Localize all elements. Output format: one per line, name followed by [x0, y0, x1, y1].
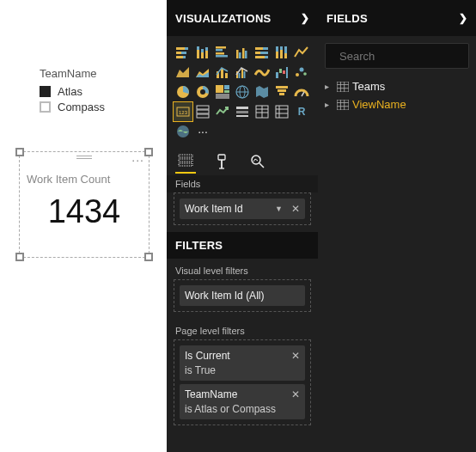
fields-pane: FIELDS ❯ ▸ Teams ▸ ViewName [318, 0, 476, 452]
svg-rect-18 [242, 48, 245, 58]
slicer-option-label: Atlas [58, 85, 82, 98]
waterfall-chart-icon[interactable] [272, 63, 291, 82]
matrix-icon[interactable] [272, 102, 291, 121]
slicer-icon[interactable] [233, 102, 252, 121]
svg-rect-59 [276, 86, 288, 89]
svg-rect-17 [239, 52, 241, 58]
svg-text:R: R [298, 106, 306, 118]
more-options-icon[interactable]: ··· [131, 156, 144, 164]
svg-rect-52 [216, 85, 223, 93]
svg-rect-40 [241, 69, 243, 78]
pane-header[interactable]: VISUALIZATIONS ❯ [167, 0, 318, 36]
analytics-tab[interactable] [247, 153, 268, 174]
visual-filters-well[interactable]: Work Item Id (All) [174, 279, 311, 312]
line-stacked-column-icon[interactable] [213, 63, 232, 82]
svg-rect-3 [181, 52, 186, 54]
svg-rect-68 [236, 107, 248, 109]
remove-filter-icon[interactable]: ✕ [291, 350, 300, 362]
pane-title: FIELDS [326, 12, 368, 25]
resize-handle[interactable] [144, 148, 153, 156]
svg-line-88 [259, 163, 264, 168]
arcgis-map-icon[interactable] [174, 122, 192, 141]
donut-chart-icon[interactable] [193, 82, 212, 101]
slicer-visual[interactable]: TeamName Atlas Compass [40, 67, 105, 113]
clustered-bar-chart-icon[interactable] [213, 43, 232, 62]
field-chip[interactable]: Work Item Id ▼ ✕ [180, 199, 305, 219]
kpi-icon[interactable] [213, 102, 232, 121]
filter-name: Is Current [185, 350, 230, 362]
svg-rect-75 [276, 106, 288, 118]
filter-chip[interactable]: Work Item Id (All) [180, 285, 305, 306]
treemap-icon[interactable] [213, 82, 232, 101]
table-icon[interactable] [253, 102, 272, 121]
resize-handle[interactable] [15, 253, 24, 261]
remove-filter-icon[interactable]: ✕ [291, 388, 300, 400]
filter-chip[interactable]: Is Current ✕ is True [180, 345, 305, 381]
search-field[interactable] [325, 43, 469, 69]
svg-text:123: 123 [179, 110, 188, 115]
svg-rect-67 [197, 114, 209, 118]
pie-chart-icon[interactable] [174, 82, 192, 101]
hundred-stacked-bar-icon[interactable] [253, 43, 272, 62]
svg-rect-5 [183, 56, 186, 58]
svg-point-48 [303, 72, 307, 76]
import-custom-visual-icon[interactable]: ··· [193, 122, 212, 141]
r-script-visual-icon[interactable]: R [292, 102, 311, 121]
svg-rect-39 [239, 73, 241, 78]
page-filters-label: Page level filters [167, 319, 318, 339]
svg-rect-53 [224, 85, 229, 89]
chevron-right-icon[interactable]: ❯ [301, 12, 309, 24]
fields-tab[interactable] [175, 153, 196, 174]
map-icon[interactable] [233, 82, 252, 101]
stacked-bar-chart-icon[interactable] [174, 43, 192, 62]
card-visual[interactable]: ··· Work Item Count 1434 [19, 151, 150, 258]
area-chart-icon[interactable] [174, 63, 192, 82]
report-canvas[interactable]: TeamName Atlas Compass ··· Work Item Cou… [0, 0, 167, 452]
gauge-icon[interactable] [292, 82, 311, 101]
stacked-column-chart-icon[interactable] [193, 43, 212, 62]
table-node[interactable]: ▸ Teams [323, 77, 471, 95]
table-node[interactable]: ▸ ViewName [323, 95, 471, 113]
svg-rect-19 [245, 51, 247, 58]
checkbox-checked-icon[interactable] [40, 86, 51, 97]
hundred-stacked-column-icon[interactable] [272, 43, 291, 62]
card-title: Work Item Count [27, 173, 110, 186]
svg-line-62 [302, 92, 304, 96]
chevron-right-icon[interactable]: ❯ [459, 12, 467, 24]
resize-handle[interactable] [144, 253, 153, 261]
line-clustered-column-icon[interactable] [233, 63, 252, 82]
svg-rect-31 [284, 53, 287, 58]
svg-rect-55 [216, 94, 229, 99]
line-chart-icon[interactable] [292, 43, 311, 62]
fields-well[interactable]: Work Item Id ▼ ✕ [174, 192, 311, 225]
page-filters-well[interactable]: Is Current ✕ is True TeamName ✕ is Atlas… [174, 339, 311, 425]
scatter-chart-icon[interactable] [292, 63, 311, 82]
search-input[interactable] [339, 50, 476, 63]
slicer-option[interactable]: Compass [40, 101, 105, 113]
filter-chip[interactable]: TeamName ✕ is Atlas or Compass [180, 384, 305, 419]
svg-rect-12 [216, 46, 226, 49]
drag-handle-icon[interactable] [76, 155, 92, 160]
filled-map-icon[interactable] [253, 82, 272, 101]
svg-rect-0 [176, 47, 185, 50]
svg-rect-91 [337, 82, 349, 92]
format-tab[interactable] [211, 153, 232, 174]
svg-rect-69 [236, 111, 248, 113]
svg-rect-7 [197, 46, 199, 50]
svg-rect-15 [216, 55, 228, 58]
chevron-down-icon[interactable]: ▼ [275, 205, 283, 213]
slicer-option[interactable]: Atlas [40, 85, 105, 98]
filters-header: FILTERS [167, 232, 318, 259]
ribbon-chart-icon[interactable] [253, 63, 272, 82]
card-visual-icon[interactable]: 123 [174, 102, 192, 121]
clustered-column-chart-icon[interactable] [233, 43, 252, 62]
svg-rect-21 [263, 47, 268, 50]
funnel-chart-icon[interactable] [272, 82, 291, 101]
multi-row-card-icon[interactable] [193, 102, 212, 121]
pane-header[interactable]: FIELDS ❯ [318, 0, 476, 36]
table-icon [337, 100, 349, 110]
resize-handle[interactable] [15, 148, 24, 156]
checkbox-unchecked-icon[interactable] [40, 101, 51, 113]
remove-field-icon[interactable]: ✕ [291, 203, 300, 215]
stacked-area-chart-icon[interactable] [193, 63, 212, 82]
